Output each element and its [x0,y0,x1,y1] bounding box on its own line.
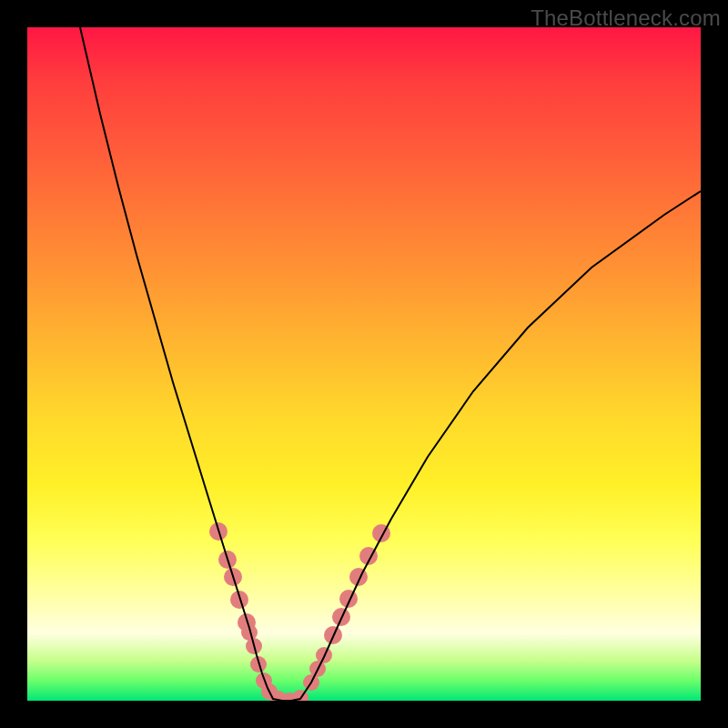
chart-svg [27,27,701,701]
curve-marker [339,590,358,608]
chart-frame: TheBottleneck.com [0,0,728,728]
marker-group [209,522,390,701]
watermark-text: TheBottleneck.com [531,5,721,31]
bottleneck-curve [80,27,701,701]
